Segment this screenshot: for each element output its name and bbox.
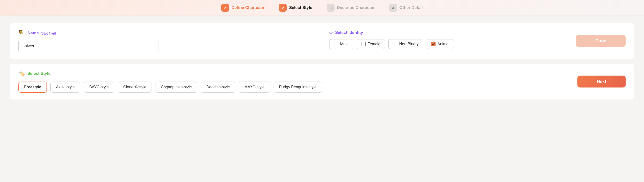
main-content: 🧑‍🎨 Name 58/64 left ∞ Select Identity Ma… xyxy=(0,16,644,107)
identity-label-female: Female xyxy=(368,42,380,46)
checkbox-nonbinary[interactable] xyxy=(393,42,397,46)
infinity-icon: ∞ xyxy=(329,30,333,35)
identity-header: ∞ Select Identity xyxy=(329,30,626,35)
identity-label-animal: Animal xyxy=(438,42,449,46)
name-identity-section: 🧑‍🎨 Name 58/64 left ∞ Select Identity Ma… xyxy=(18,30,626,52)
name-header: 🧑‍🎨 Name 58/64 left xyxy=(18,30,315,36)
style-options: Freestyle Azuki-style BAYC-style Clone X… xyxy=(18,82,626,93)
name-section: 🧑‍🎨 Name 58/64 left xyxy=(18,30,315,52)
style-option-clonex[interactable]: Clone X-style xyxy=(118,82,152,93)
step2-label: Select Style xyxy=(289,5,312,10)
step2-icon: 2 xyxy=(279,4,287,12)
identity-option-female[interactable]: Female xyxy=(356,39,385,49)
done-button[interactable]: Done xyxy=(576,35,626,47)
step3-icon: 3 xyxy=(327,4,334,12)
checkbox-male[interactable] xyxy=(334,42,338,46)
step-define-character[interactable]: ✓ Define Character xyxy=(221,4,264,12)
step-describe-character[interactable]: 3 Describe Character xyxy=(327,4,375,12)
identity-label-nonbinary: Non-Binary xyxy=(399,42,418,46)
style-header: 🏷️ Select Style xyxy=(18,70,626,77)
style-option-freestyle[interactable]: Freestyle xyxy=(18,82,47,93)
style-icon: 🏷️ xyxy=(18,70,25,77)
checkbox-female[interactable] xyxy=(361,42,366,46)
step4-icon: 4 xyxy=(389,4,397,12)
step-other-detail[interactable]: 4 Other Detail xyxy=(389,4,423,12)
name-title: Name xyxy=(28,31,39,36)
style-title: Select Style xyxy=(27,71,50,76)
step4-label: Other Detail xyxy=(400,5,423,10)
identity-option-animal[interactable]: Animal xyxy=(426,39,454,49)
name-icon: 🧑‍🎨 xyxy=(18,30,25,36)
step1-icon: ✓ xyxy=(221,4,229,12)
identity-label-male: Male xyxy=(340,42,349,46)
style-option-bayc[interactable]: BAYC-style xyxy=(84,82,114,93)
style-option-doodles[interactable]: Doodles-style xyxy=(201,82,235,93)
name-identity-card: 🧑‍🎨 Name 58/64 left ∞ Select Identity Ma… xyxy=(10,23,634,59)
style-option-cryptopunks[interactable]: Cryptopunks-style xyxy=(155,82,197,93)
name-input[interactable] xyxy=(18,40,159,52)
stepper-bar: ✓ Define Character 2 Select Style 3 Desc… xyxy=(0,0,644,16)
style-option-mayc[interactable]: MAYC-style xyxy=(239,82,270,93)
step3-label: Describe Character xyxy=(337,5,375,10)
name-counter: 58/64 left xyxy=(41,31,56,35)
style-card: 🏷️ Select Style Freestyle Azuki-style BA… xyxy=(10,64,634,100)
step1-label: Define Character xyxy=(232,5,264,10)
next-button[interactable]: Next xyxy=(578,76,626,88)
checkbox-animal[interactable] xyxy=(431,42,436,46)
step-select-style[interactable]: 2 Select Style xyxy=(279,4,312,12)
identity-title: Select Identity xyxy=(335,30,363,35)
style-option-azuki[interactable]: Azuki-style xyxy=(50,82,80,93)
identity-option-male[interactable]: Male xyxy=(329,39,353,49)
identity-option-nonbinary[interactable]: Non-Binary xyxy=(388,39,423,49)
style-option-pudgy[interactable]: Pudgy Penguins-style xyxy=(274,82,322,93)
